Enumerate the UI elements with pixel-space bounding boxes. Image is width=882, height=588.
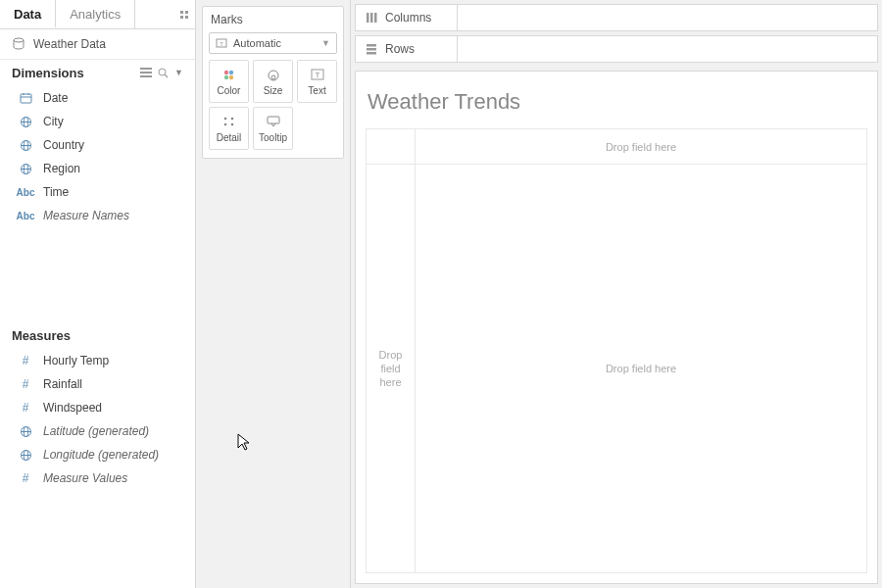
svg-line-9 [165, 74, 168, 77]
field-label: Time [43, 183, 183, 201]
svg-rect-7 [140, 75, 152, 77]
svg-point-39 [223, 118, 226, 121]
svg-rect-47 [367, 44, 376, 47]
svg-rect-3 [185, 16, 188, 19]
field-label: City [43, 113, 183, 130]
data-tabs: Data Analytics [0, 0, 195, 29]
field-label: Country [43, 136, 183, 154]
svg-point-33 [223, 75, 227, 79]
database-icon [12, 37, 25, 51]
viz-drop-grid[interactable]: Drop field here Drop field here Drop fie… [366, 128, 867, 573]
size-icon [266, 67, 281, 82]
mark-type-dropdown[interactable]: T Automatic ▼ [209, 32, 337, 54]
drop-grid-corner [367, 129, 416, 165]
marks-card: Marks T Automatic ▼ Color Size [202, 6, 344, 159]
field-label: Date [43, 89, 183, 107]
marks-color-label: Color [218, 85, 241, 96]
canvas-pane: Columns Rows Weather Trends Drop field h… [351, 0, 882, 588]
field-label: Measure Names [43, 207, 183, 224]
svg-rect-5 [140, 68, 152, 70]
svg-rect-44 [367, 13, 369, 23]
number-type-icon: # [18, 469, 33, 487]
svg-rect-1 [185, 11, 188, 14]
columns-drop-zone[interactable] [457, 4, 878, 31]
datasource-name: Weather Data [33, 37, 106, 51]
measure-field-latitude-generated-[interactable]: Latitude (generated) [0, 419, 195, 443]
field-label: Rainfall [43, 375, 183, 393]
number-type-icon: # [18, 375, 33, 393]
number-type-icon: # [18, 399, 33, 416]
svg-rect-48 [367, 48, 376, 51]
marks-size-button[interactable]: Size [253, 60, 293, 103]
marks-tooltip-button[interactable]: Tooltip [253, 107, 293, 150]
columns-icon [366, 12, 377, 24]
dimension-field-measure-names[interactable]: AbcMeasure Names [0, 204, 195, 227]
drop-zone-columns-header[interactable]: Drop field here [416, 129, 866, 165]
measure-field-hourly-temp[interactable]: #Hourly Temp [0, 349, 195, 372]
datasource-row[interactable]: Weather Data [0, 29, 195, 60]
columns-shelf[interactable]: Columns [355, 4, 878, 31]
svg-point-34 [228, 75, 232, 79]
viz-area: Weather Trends Drop field here Drop fiel… [355, 71, 878, 584]
measure-field-rainfall[interactable]: #Rainfall [0, 372, 195, 396]
rows-drop-zone[interactable] [457, 35, 878, 63]
svg-point-40 [230, 118, 233, 121]
rows-shelf[interactable]: Rows [355, 35, 878, 63]
dimension-field-country[interactable]: Country [0, 133, 195, 157]
svg-point-8 [159, 69, 166, 75]
automatic-mark-icon: T [216, 38, 227, 48]
svg-point-31 [223, 71, 227, 74]
measure-field-longitude-generated-[interactable]: Longitude (generated) [0, 443, 195, 466]
dropdown-caret-icon[interactable]: ▼ [174, 68, 183, 78]
text-icon: T [311, 67, 324, 82]
svg-rect-0 [180, 11, 183, 14]
field-label: Hourly Temp [43, 352, 183, 369]
svg-rect-2 [180, 16, 183, 19]
tab-data[interactable]: Data [0, 0, 56, 28]
drop-zone-main[interactable]: Drop field here [416, 165, 866, 572]
dimension-field-date[interactable]: Date [0, 86, 195, 110]
svg-rect-43 [268, 117, 279, 123]
geo-type-icon [18, 425, 33, 438]
geo-type-icon [18, 116, 33, 128]
svg-rect-45 [370, 13, 373, 23]
tab-menu-icon[interactable] [135, 0, 195, 28]
marks-detail-button[interactable]: Detail [209, 107, 249, 150]
columns-label: Columns [385, 11, 431, 24]
svg-point-42 [230, 123, 233, 126]
svg-text:T: T [315, 71, 319, 79]
dimension-field-time[interactable]: AbcTime [0, 180, 195, 204]
field-label: Measure Values [43, 469, 183, 487]
sheet-title[interactable]: Weather Trends [366, 85, 867, 128]
svg-rect-10 [21, 94, 31, 103]
marks-detail-label: Detail [217, 132, 242, 143]
field-label: Latitude (generated) [43, 422, 183, 440]
date-type-icon [18, 92, 33, 104]
measure-field-measure-values[interactable]: #Measure Values [0, 466, 195, 490]
field-label: Windspeed [43, 399, 183, 416]
svg-text:T: T [220, 41, 223, 47]
marks-size-label: Size [264, 85, 282, 96]
dimension-field-region[interactable]: Region [0, 157, 195, 180]
rows-icon [366, 43, 377, 55]
field-label: Region [43, 160, 183, 177]
measures-title: Measures [12, 328, 71, 343]
dimensions-title: Dimensions [12, 66, 84, 80]
dimension-field-city[interactable]: City [0, 110, 195, 133]
geo-type-icon [18, 163, 33, 175]
geo-type-icon [18, 139, 33, 152]
string-type-icon: Abc [18, 209, 33, 223]
measure-field-windspeed[interactable]: #Windspeed [0, 396, 195, 419]
search-icon[interactable] [158, 68, 169, 78]
marks-pane: Marks T Automatic ▼ Color Size [196, 0, 351, 588]
data-pane: Data Analytics Weather Data Dimensions [0, 0, 196, 588]
marks-color-button[interactable]: Color [209, 60, 249, 103]
view-list-icon[interactable] [140, 68, 152, 78]
drop-zone-rows-header[interactable]: Drop field here [367, 165, 416, 572]
marks-text-button[interactable]: T Text [297, 60, 337, 103]
rows-label: Rows [385, 42, 415, 56]
svg-point-36 [271, 75, 275, 79]
marks-title: Marks [209, 11, 337, 32]
tab-analytics[interactable]: Analytics [56, 0, 135, 28]
svg-point-41 [223, 123, 226, 126]
